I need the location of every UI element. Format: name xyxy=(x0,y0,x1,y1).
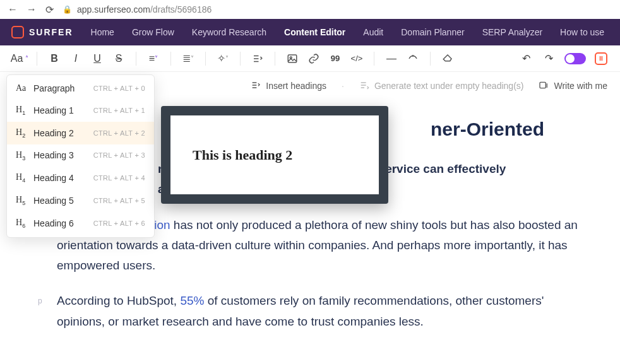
brand-icon xyxy=(11,26,24,38)
dropdown-item-h2[interactable]: H2Heading 2 CTRL + ALT + 2 xyxy=(7,122,154,144)
clear-format-button[interactable] xyxy=(406,52,420,66)
back-icon[interactable]: ← xyxy=(8,4,18,15)
forward-icon[interactable]: → xyxy=(27,4,37,15)
dropdown-item-paragraph[interactable]: AaParagraph CTRL + ALT + 0 xyxy=(7,78,154,99)
svg-rect-0 xyxy=(288,55,297,62)
nav-domain-planner[interactable]: Domain Planner xyxy=(401,27,464,37)
heading-preview-inner: This is heading 2 xyxy=(170,115,379,194)
separator: · xyxy=(342,81,344,91)
image-button[interactable] xyxy=(285,52,299,66)
generate-text-label: Generate text under empty heading(s) xyxy=(374,81,524,91)
separator xyxy=(430,52,431,66)
separator xyxy=(170,52,171,66)
separator xyxy=(240,52,241,66)
separator xyxy=(37,52,37,66)
eraser-button[interactable] xyxy=(441,52,455,66)
url-bar[interactable]: 🔒 app.surferseo.com/drafts/5696186 xyxy=(63,4,612,15)
heading-preview-tooltip: This is heading 2 xyxy=(161,106,388,204)
document-paragraph[interactable]: According to HubSpot, 55% of customers r… xyxy=(38,291,582,332)
dropdown-item-h4[interactable]: H4Heading 4 CTRL + ALT + 4 xyxy=(7,167,154,189)
dropdown-item-h1[interactable]: H1Heading 1 CTRL + ALT + 1 xyxy=(7,99,154,122)
heading-preview-text: This is heading 2 xyxy=(193,147,292,163)
url-path: /drafts/5696186 xyxy=(150,4,212,15)
chevron-up-icon: ˄ xyxy=(25,55,28,62)
write-with-me-action[interactable]: Write with me xyxy=(539,80,607,92)
toggle-switch[interactable] xyxy=(564,53,586,64)
ai-button[interactable]: ✧ ˅ xyxy=(216,52,230,66)
dropdown-item-h5[interactable]: H5Heading 5 CTRL + ALT + 5 xyxy=(7,189,154,212)
text-style-label: Aa xyxy=(11,53,23,64)
nav-serp-analyzer[interactable]: SERP Analyzer xyxy=(482,27,542,37)
app-badge-icon[interactable]: ⏸ xyxy=(595,52,607,65)
top-nav: SURFER Home Grow Flow Keyword Research C… xyxy=(0,19,620,45)
strike-button[interactable]: S xyxy=(112,52,126,66)
hr-button[interactable]: — xyxy=(385,52,398,66)
link-55-percent[interactable]: 55% xyxy=(180,294,204,307)
redo-button[interactable]: ↷ xyxy=(542,52,556,66)
nav-content-editor[interactable]: Content Editor xyxy=(284,27,345,37)
dropdown-item-h3[interactable]: H3Heading 3 CTRL + ALT + 3 xyxy=(7,144,154,167)
nav-grow-flow[interactable]: Grow Flow xyxy=(132,27,174,37)
separator xyxy=(275,52,275,66)
nav-keyword-research[interactable]: Keyword Research xyxy=(192,27,266,37)
brand-name: SURFER xyxy=(29,27,73,37)
generate-text-action[interactable]: Generate text under empty heading(s) xyxy=(359,80,524,92)
link-button[interactable] xyxy=(307,52,321,66)
browser-chrome: ← → ⟳ 🔒 app.surferseo.com/drafts/5696186 xyxy=(0,0,620,19)
list-button[interactable]: ≣ ˅ xyxy=(181,52,195,66)
nav-audit[interactable]: Audit xyxy=(363,27,383,37)
quote-button[interactable]: 99 xyxy=(328,52,342,66)
separator xyxy=(136,52,136,66)
nav-home[interactable]: Home xyxy=(91,27,114,37)
dropdown-item-h6[interactable]: H6Heading 6 CTRL + ALT + 6 xyxy=(7,212,154,235)
svg-rect-2 xyxy=(540,82,545,88)
undo-button[interactable]: ↶ xyxy=(519,52,533,66)
url-host: app.surferseo.com xyxy=(77,4,150,15)
underline-button[interactable]: U xyxy=(90,52,104,66)
editor-toolbar: Aa ˄ B I U S ≡ ˅ ≣ ˅ ✧ ˅ 99 </> — ↶ ↷ ⏸ xyxy=(0,45,620,72)
italic-button[interactable]: I xyxy=(69,52,83,66)
generate-text-icon xyxy=(359,80,369,92)
insert-headings-icon xyxy=(251,80,261,92)
reload-icon[interactable]: ⟳ xyxy=(45,4,54,16)
write-with-me-icon xyxy=(539,80,549,92)
separator xyxy=(374,52,374,66)
bold-button[interactable]: B xyxy=(47,52,61,66)
write-with-me-label: Write with me xyxy=(554,81,607,91)
insert-headings-action[interactable]: Insert headings xyxy=(251,80,326,92)
align-button[interactable]: ≡ ˅ xyxy=(146,52,160,66)
lock-icon: 🔒 xyxy=(63,5,72,14)
brand[interactable]: SURFER xyxy=(11,26,73,38)
code-button[interactable]: </> xyxy=(350,52,364,66)
separator xyxy=(205,52,206,66)
text-style-dropdown: AaParagraph CTRL + ALT + 0 H1Heading 1 C… xyxy=(6,74,155,238)
text-style-button[interactable]: Aa ˄ xyxy=(13,52,27,66)
insert-headings-label: Insert headings xyxy=(266,81,326,91)
insert-heading-icon[interactable] xyxy=(251,52,265,66)
nav-how-to-use[interactable]: How to use xyxy=(560,27,604,37)
